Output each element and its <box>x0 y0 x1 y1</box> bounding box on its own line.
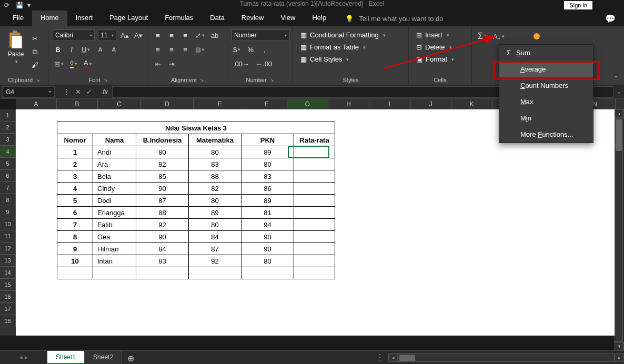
comma-button[interactable]: , <box>259 44 269 55</box>
autosum-button[interactable]: Σ▾ <box>476 31 488 42</box>
alignment-launcher-icon[interactable]: ↘ <box>200 77 204 83</box>
insert-cells-button[interactable]: ⊞Insert▾ <box>413 29 467 41</box>
align-center-button[interactable]: ≡ <box>166 44 177 55</box>
cut-button[interactable]: ✂ <box>29 33 40 45</box>
cells-canvas[interactable]: METODEGAMES.COM Nilai Siswa Kelas 3 Nomo… <box>16 109 624 336</box>
row-header-8[interactable]: 8 <box>0 194 16 206</box>
decrease-indent-button[interactable]: ⇤ <box>153 58 163 69</box>
menu-min[interactable]: Min <box>499 110 593 126</box>
font-name-select[interactable]: Calibri▾ <box>53 29 95 41</box>
horizontal-scrollbar[interactable]: ⋮ ◂ ▸ <box>371 351 624 364</box>
row-header-5[interactable]: 5 <box>0 158 16 170</box>
bold-button[interactable]: B <box>53 44 63 55</box>
increase-decimal-button[interactable]: .00→ <box>232 58 251 69</box>
number-format-select[interactable]: Number▾ <box>232 29 289 41</box>
comments-icon[interactable]: 💬 <box>597 11 624 26</box>
borders-button[interactable]: ⊞▾ <box>53 58 65 69</box>
menu-average[interactable]: Average <box>499 61 593 77</box>
col-header-I[interactable]: I <box>369 99 410 109</box>
orientation-button[interactable]: ⤢▾ <box>194 29 206 41</box>
row-header-11[interactable]: 11 <box>0 230 16 242</box>
tab-insert[interactable]: Insert <box>67 11 102 26</box>
menu-more-functions[interactable]: More Functions... <box>499 126 593 143</box>
tab-nav[interactable]: ◂ ▸ <box>0 351 47 364</box>
tab-data[interactable]: Data <box>202 11 233 26</box>
row-header-4[interactable]: 4 <box>0 146 16 158</box>
col-header-G[interactable]: G <box>287 99 328 109</box>
align-middle-button[interactable]: ≡ <box>166 29 177 41</box>
fx-menu-icon[interactable]: ⋮ <box>63 88 70 96</box>
decrease-font-button[interactable]: A▾ <box>133 29 144 41</box>
cell-styles-button[interactable]: ▦Cell Styles▾ <box>297 54 404 65</box>
row-header-10[interactable]: 10 <box>0 218 16 230</box>
row-header-7[interactable]: 7 <box>0 182 16 194</box>
tab-review[interactable]: Review <box>233 11 273 26</box>
tab-home[interactable]: Home <box>32 11 67 26</box>
row-header-2[interactable]: 2 <box>0 122 16 134</box>
tab-file[interactable]: File <box>4 11 32 26</box>
font-outline-a1[interactable]: A <box>95 44 105 55</box>
font-outline-a2[interactable]: A <box>108 44 119 55</box>
col-header-C[interactable]: C <box>98 99 141 109</box>
collapse-ribbon-icon[interactable]: ⌃ <box>613 26 624 85</box>
scroll-right-icon[interactable]: ▸ <box>615 353 624 362</box>
wrap-text-button[interactable]: ab <box>209 29 220 41</box>
menu-sum[interactable]: ΣSum <box>499 45 593 61</box>
ideas-icon[interactable] <box>534 33 540 39</box>
conditional-formatting-button[interactable]: ▦Conditional Formatting▾ <box>297 29 404 41</box>
name-box[interactable]: G4▾ <box>2 86 55 98</box>
tell-me-search[interactable]: 💡 Tell me what you want to do <box>335 11 443 26</box>
increase-indent-button[interactable]: ⇥ <box>166 58 177 69</box>
number-launcher-icon[interactable]: ↘ <box>270 77 274 83</box>
underline-button[interactable]: U▾ <box>80 44 92 55</box>
fx-label[interactable]: fx <box>98 88 112 96</box>
row-header-17[interactable]: 17 <box>0 303 16 315</box>
format-cells-button[interactable]: ▣Format▾ <box>413 54 467 65</box>
paste-button[interactable]: Paste ▾ <box>4 28 27 75</box>
row-header-16[interactable]: 16 <box>0 291 16 303</box>
row-header-9[interactable]: 9 <box>0 206 16 218</box>
tab-formulas[interactable]: Formulas <box>156 11 202 26</box>
merge-button[interactable]: ⊟▾ <box>194 44 206 55</box>
align-left-button[interactable]: ≡ <box>153 44 163 55</box>
qa-dropdown-icon[interactable]: ▾ <box>27 2 35 9</box>
align-bottom-button[interactable]: ≡ <box>180 29 190 41</box>
row-header-12[interactable]: 12 <box>0 242 16 255</box>
col-header-J[interactable]: J <box>410 99 451 109</box>
col-header-A[interactable]: A <box>16 99 57 109</box>
autosave-icon[interactable]: ⟳ <box>4 2 12 9</box>
row-header-6[interactable]: 6 <box>0 170 16 182</box>
format-painter-button[interactable]: 🖌 <box>29 59 40 71</box>
fill-color-button[interactable]: ◊▾ <box>68 58 79 69</box>
sign-in-button[interactable]: Sign in <box>564 1 592 9</box>
row-header-15[interactable]: 15 <box>0 279 16 291</box>
col-header-H[interactable]: H <box>328 99 369 109</box>
align-top-button[interactable]: ≡ <box>153 29 163 41</box>
vertical-scrollbar[interactable]: ▴ ▾ <box>615 109 624 350</box>
col-header-E[interactable]: E <box>194 99 246 109</box>
row-header-13[interactable]: 13 <box>0 255 16 267</box>
sheet-tab-1[interactable]: Sheet1 <box>47 351 85 364</box>
font-color-button[interactable]: A▾ <box>82 58 94 69</box>
col-header-D[interactable]: D <box>141 99 194 109</box>
align-right-button[interactable]: ≡ <box>180 44 190 55</box>
scroll-down-icon[interactable]: ▾ <box>615 342 624 350</box>
clipboard-launcher-icon[interactable]: ↘ <box>36 77 40 83</box>
add-sheet-button[interactable]: ⊕ <box>122 351 139 364</box>
enter-formula-icon[interactable]: ✓ <box>86 88 92 96</box>
decrease-decimal-button[interactable]: ←.00 <box>254 58 274 69</box>
col-header-B[interactable]: B <box>57 99 98 109</box>
tab-help[interactable]: Help <box>304 11 335 26</box>
copy-button[interactable]: ⧉ <box>29 46 40 58</box>
cancel-formula-icon[interactable]: ✕ <box>75 88 81 96</box>
accounting-button[interactable]: $▾ <box>232 44 242 55</box>
tab-view[interactable]: View <box>272 11 304 26</box>
row-header-3[interactable]: 3 <box>0 134 16 146</box>
menu-max[interactable]: Max <box>499 94 593 110</box>
row-header-1[interactable]: 1 <box>0 109 16 122</box>
font-launcher-icon[interactable]: ↘ <box>104 77 108 83</box>
col-header-K[interactable]: K <box>451 99 492 109</box>
increase-font-button[interactable]: A▴ <box>119 29 130 41</box>
font-size-select[interactable]: 11▾ <box>98 29 116 41</box>
col-header-F[interactable]: F <box>246 99 287 109</box>
